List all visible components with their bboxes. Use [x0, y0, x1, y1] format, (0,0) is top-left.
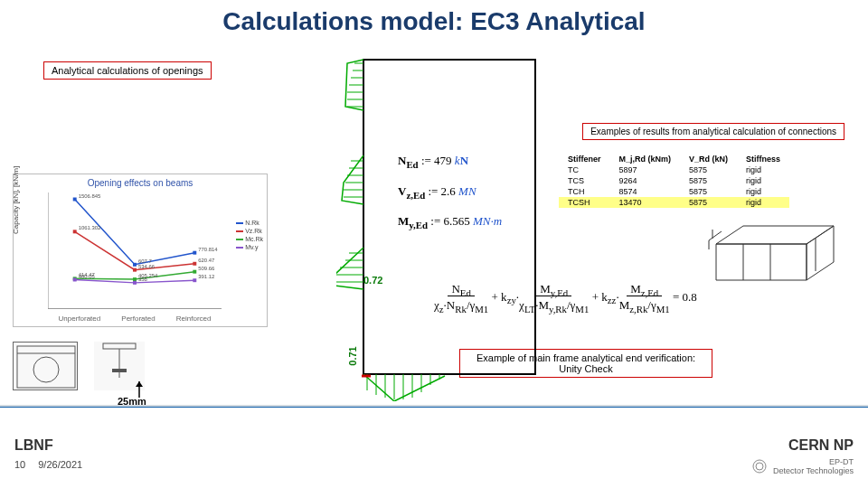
- footer-date: 9/26/2021: [38, 459, 82, 470]
- svg-rect-27: [193, 278, 196, 282]
- footer: LBNF 10 9/26/2021 CERN NP EP-DTDetector …: [0, 430, 868, 488]
- svg-rect-21: [193, 270, 196, 274]
- svg-rect-29: [17, 346, 75, 388]
- svg-rect-7: [133, 263, 137, 267]
- value-071: 0.71: [347, 346, 358, 365]
- svg-text:509.66: 509.66: [198, 266, 215, 271]
- label-examples: Examples of results from analytical calc…: [582, 123, 844, 140]
- svg-rect-11: [73, 230, 77, 233]
- svg-marker-36: [136, 381, 143, 387]
- footer-sub: EP-DTDetector Technologies: [751, 457, 854, 475]
- footer-right: CERN NP: [751, 437, 854, 454]
- svg-point-75: [753, 460, 766, 473]
- svg-marker-68: [807, 226, 834, 280]
- chart-title: Opening effects on beams: [14, 174, 267, 188]
- unity-formula: NEdχz·NRk/γM1 + kzy·My,EdχLT·My,Rk/γM1 +…: [434, 282, 697, 314]
- opening-effects-chart: Opening effects on beams Capacity [kN], …: [13, 174, 268, 327]
- svg-text:358: 358: [138, 277, 148, 282]
- results-table: StiffenerM_j,Rd (kNm)V_Rd (kN)Stiffness …: [559, 154, 789, 208]
- page-number: 10: [14, 459, 25, 470]
- formula-v: Vz,Ed := 2.6 MN: [398, 184, 502, 201]
- small-figures: [13, 342, 145, 390]
- separator: [0, 405, 868, 410]
- svg-text:391.12: 391.12: [198, 274, 214, 279]
- formulas: NEd := 479 kN Vz,Ed := 2.6 MN My,Ed := 6…: [398, 154, 502, 245]
- svg-text:770.814: 770.814: [198, 247, 218, 252]
- label-openings: Analytical calculations of openings: [43, 61, 212, 80]
- slide-title: Calculations model: EC3 Analytical: [0, 0, 868, 36]
- chart-xlabels: Unperforated Perforated Reinforced: [48, 314, 222, 323]
- svg-marker-67: [716, 244, 807, 280]
- svg-point-76: [756, 463, 763, 470]
- formula-m: My,Ed := 6.565 MN·m: [398, 214, 502, 230]
- svg-text:534.66: 534.66: [138, 264, 156, 269]
- svg-text:400.05: 400.05: [79, 274, 96, 279]
- svg-rect-34: [112, 369, 127, 372]
- svg-rect-25: [133, 281, 137, 285]
- svg-text:1506.845: 1506.845: [79, 193, 101, 199]
- chart-plot: 1600 1400 0 1506.845607.7770.8141061.302…: [48, 192, 222, 309]
- svg-line-72: [709, 231, 722, 240]
- isometric-drawing: [707, 202, 850, 291]
- svg-rect-13: [133, 268, 137, 272]
- chart-ylabel: Capacity [kN], [kN/m]: [12, 166, 20, 234]
- value-072: 0.72: [363, 275, 382, 286]
- footer-left: LBNF: [14, 437, 82, 454]
- svg-rect-19: [133, 277, 137, 281]
- svg-text:620.47: 620.47: [198, 258, 214, 263]
- formula-n: NEd := 479 kN: [398, 154, 502, 170]
- svg-rect-9: [193, 251, 196, 255]
- svg-rect-23: [73, 278, 77, 282]
- chart-legend: N.RkVz.RkMc.RkMv.y: [236, 220, 263, 252]
- svg-point-30: [33, 357, 59, 382]
- svg-text:1061.302: 1061.302: [79, 225, 101, 230]
- cern-logo-icon: [751, 458, 768, 474]
- detail-fig-1: [13, 342, 78, 390]
- svg-rect-15: [193, 262, 196, 266]
- svg-rect-32: [103, 343, 136, 349]
- svg-rect-5: [73, 198, 77, 202]
